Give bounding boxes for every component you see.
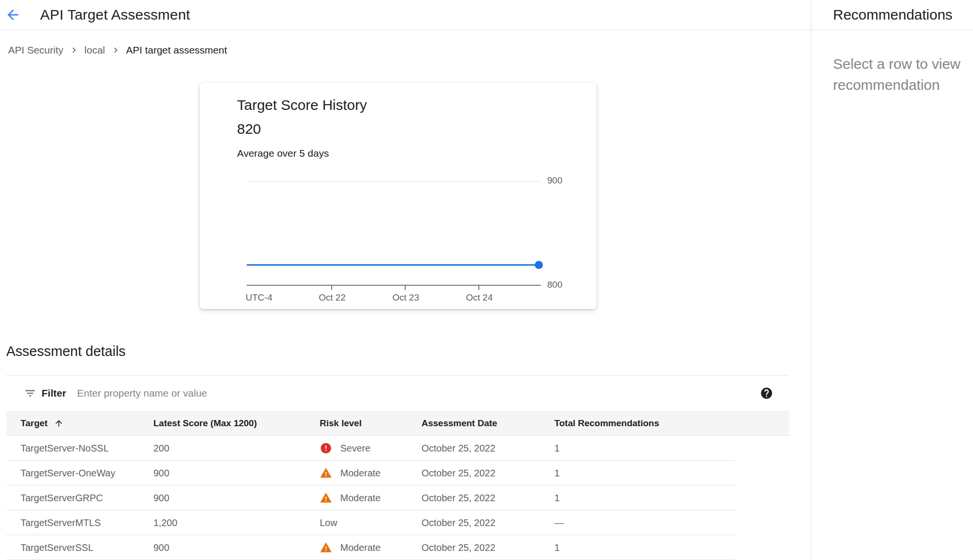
column-header-total[interactable]: Total Recommendations <box>554 418 789 429</box>
target-name: TargetServer-OneWay <box>21 468 153 479</box>
latest-point-marker <box>535 261 543 269</box>
column-header-score[interactable]: Latest Score (Max 1200) <box>153 418 320 429</box>
x-axis-label-oct23: Oct 23 <box>392 292 419 303</box>
gridline-900 <box>247 181 541 182</box>
y-axis-label-800: 800 <box>547 280 562 290</box>
target-name: TargetServer-NoSSL <box>21 443 153 454</box>
latest-score: 200 <box>153 443 320 454</box>
column-header-date[interactable]: Assessment Date <box>422 418 554 429</box>
assessment-date: October 25, 2022 <box>422 542 554 553</box>
timezone-label: UTC-4 <box>246 292 272 303</box>
api-target-assessment-page: API Target Assessment API Security local… <box>0 0 973 560</box>
table-row[interactable]: TargetServer-OneWay 900 Moderate October… <box>6 461 789 485</box>
table-row[interactable]: TargetServerSSL 900 Moderate October 25,… <box>6 535 789 560</box>
average-score-value: 820 <box>237 121 261 137</box>
column-header-risk[interactable]: Risk level <box>320 418 422 429</box>
x-axis-label-oct22: Oct 22 <box>319 292 346 303</box>
chevron-right-icon <box>69 45 79 55</box>
card-title: Target Score History <box>237 97 367 113</box>
target-name: TargetServerGRPC <box>21 493 153 504</box>
risk-level: Moderate <box>340 493 381 504</box>
moderate-warning-icon <box>320 541 332 554</box>
target-score-history-card: Target Score History 820 Average over 5 … <box>200 83 596 309</box>
assessment-date: October 25, 2022 <box>422 517 554 528</box>
latest-score: 900 <box>153 468 320 479</box>
assessment-details-heading: Assessment details <box>6 344 126 359</box>
y-axis-label-900: 900 <box>547 175 562 186</box>
latest-score: 1,200 <box>153 517 320 528</box>
risk-level: Moderate <box>340 468 381 479</box>
filter-list-icon <box>24 387 36 399</box>
recommendations-empty-message: Select a row to view recommendation <box>833 54 973 96</box>
latest-score: 900 <box>153 542 320 553</box>
assessment-date: October 25, 2022 <box>422 468 554 479</box>
sort-ascending-icon <box>54 419 64 428</box>
target-name: TargetServerSSL <box>21 542 153 553</box>
total-recommendations: 1 <box>554 493 789 504</box>
latest-score: 900 <box>153 493 320 504</box>
arrow-back-icon <box>5 7 21 23</box>
column-header-target[interactable]: Target <box>21 418 153 429</box>
breadcrumb-local[interactable]: local <box>85 44 105 56</box>
x-axis-label-oct24: Oct 24 <box>466 292 493 303</box>
table-row[interactable]: TargetServer-NoSSL 200 Severe October 25… <box>6 436 789 461</box>
help-icon <box>760 387 773 400</box>
card-subtitle: Average over 5 days <box>237 148 329 159</box>
breadcrumb: API Security local API target assessment <box>8 44 227 56</box>
x-tick <box>331 286 332 290</box>
back-button[interactable] <box>4 6 22 24</box>
total-recommendations: 1 <box>554 542 789 553</box>
filter-label[interactable]: Filter <box>42 388 66 399</box>
chevron-right-icon <box>110 45 121 55</box>
table-header-row: Target Latest Score (Max 1200) Risk leve… <box>6 411 789 436</box>
total-recommendations: 1 <box>554 443 789 454</box>
moderate-warning-icon <box>320 467 332 479</box>
moderate-warning-icon <box>320 492 332 504</box>
recommendations-panel-title: Recommendations <box>811 0 973 30</box>
total-recommendations: 1 <box>554 468 789 479</box>
recommendations-panel: Recommendations Select a row to view rec… <box>811 0 973 560</box>
breadcrumb-current: API target assessment <box>126 44 227 56</box>
x-tick <box>405 286 406 290</box>
score-trend-line <box>247 264 540 266</box>
risk-level: Moderate <box>340 542 381 553</box>
total-recommendations: — <box>554 517 789 528</box>
help-button[interactable] <box>760 387 773 400</box>
table-row[interactable]: TargetServerGRPC 900 Moderate October 25… <box>6 485 789 510</box>
risk-level: Low <box>320 517 337 528</box>
risk-level: Severe <box>340 443 370 454</box>
breadcrumb-api-security[interactable]: API Security <box>8 44 64 56</box>
page-title: API Target Assessment <box>40 7 190 23</box>
assessment-details-table: Filter Target Latest Score (Max 1200) Ri… <box>6 375 789 560</box>
filter-bar: Filter <box>6 376 789 411</box>
assessment-date: October 25, 2022 <box>422 493 554 504</box>
filter-input[interactable] <box>76 387 760 399</box>
x-tick <box>478 286 479 290</box>
x-axis-baseline <box>247 285 541 286</box>
assessment-date: October 25, 2022 <box>422 443 554 454</box>
table-row[interactable]: TargetServerMTLS 1,200 Low October 25, 2… <box>6 510 789 535</box>
severe-error-icon <box>320 442 332 454</box>
target-name: TargetServerMTLS <box>21 517 153 528</box>
